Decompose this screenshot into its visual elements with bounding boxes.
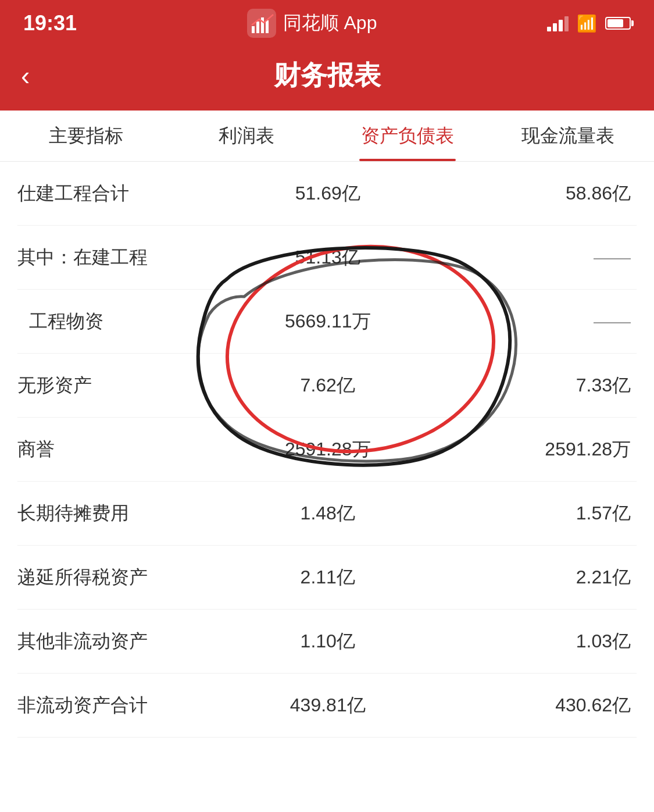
app-info: 同花顺 App bbox=[247, 9, 377, 38]
svg-rect-3 bbox=[261, 17, 264, 33]
row-label: 无形资产 bbox=[17, 373, 227, 398]
row-value-1: 51.69亿 bbox=[227, 181, 429, 206]
row-value-2: 1.57亿 bbox=[429, 501, 637, 526]
row-label: 长期待摊费用 bbox=[17, 501, 227, 526]
row-value-1: 1.48亿 bbox=[227, 501, 429, 526]
wifi-icon: 📶 bbox=[577, 14, 597, 33]
row-value-2: 58.86亿 bbox=[429, 181, 637, 206]
table-row: 其他非流动资产 1.10亿 1.03亿 bbox=[17, 610, 637, 674]
battery-icon bbox=[605, 17, 631, 30]
status-bar: 19:31 同花顺 App 📶 bbox=[0, 0, 654, 47]
row-label: 仕建工程合计 bbox=[17, 181, 227, 206]
row-value-2: 1.03亿 bbox=[429, 629, 637, 654]
table-row: 无形资产 7.62亿 7.33亿 bbox=[17, 354, 637, 418]
table-row: 长期待摊费用 1.48亿 1.57亿 bbox=[17, 482, 637, 546]
row-label: 工程物资 bbox=[17, 309, 227, 334]
table-row: 商誉 2591.28万 2591.28万 bbox=[17, 418, 637, 482]
row-value-2: 2591.28万 bbox=[429, 437, 637, 462]
tab-bar: 主要指标 利润表 资产负债表 现金流量表 bbox=[0, 111, 654, 162]
row-value-1: 2591.28万 bbox=[227, 437, 429, 462]
svg-rect-2 bbox=[256, 22, 259, 33]
row-value-1: 7.62亿 bbox=[227, 373, 429, 398]
table-row: 递延所得税资产 2.11亿 2.21亿 bbox=[17, 546, 637, 610]
app-name: 同花顺 App bbox=[283, 10, 377, 36]
row-label: 非流动资产合计 bbox=[17, 693, 227, 718]
signal-icon bbox=[547, 15, 569, 31]
row-value-2: —— bbox=[429, 247, 637, 268]
status-icons: 📶 bbox=[547, 14, 631, 33]
financial-table: 仕建工程合计 51.69亿 58.86亿 其中：在建工程 51.13亿 —— 工… bbox=[0, 162, 654, 738]
page-header: ‹ 财务报表 bbox=[0, 47, 654, 111]
status-time: 19:31 bbox=[23, 11, 77, 35]
row-value-2: —— bbox=[429, 311, 637, 332]
row-value-1: 51.13亿 bbox=[227, 245, 429, 270]
table-row: 仕建工程合计 51.69亿 58.86亿 bbox=[17, 162, 637, 226]
row-label: 其他非流动资产 bbox=[17, 629, 227, 654]
table-row: 非流动资产合计 439.81亿 430.62亿 bbox=[17, 674, 637, 738]
row-label: 其中：在建工程 bbox=[17, 245, 227, 270]
tab-main-indicators[interactable]: 主要指标 bbox=[6, 111, 166, 161]
svg-rect-4 bbox=[266, 20, 269, 33]
app-icon bbox=[247, 9, 276, 38]
row-label: 递延所得税资产 bbox=[17, 565, 227, 590]
row-value-1: 2.11亿 bbox=[227, 565, 429, 590]
tab-cashflow[interactable]: 现金流量表 bbox=[488, 111, 648, 161]
row-value-2: 2.21亿 bbox=[429, 565, 637, 590]
row-value-2: 430.62亿 bbox=[429, 693, 637, 718]
table-row: 工程物资 5669.11万 —— bbox=[17, 290, 637, 354]
row-value-2: 7.33亿 bbox=[429, 373, 637, 398]
table-row: 其中：在建工程 51.13亿 —— bbox=[17, 226, 637, 290]
row-value-1: 439.81亿 bbox=[227, 693, 429, 718]
row-label: 商誉 bbox=[17, 437, 227, 462]
row-value-1: 5669.11万 bbox=[227, 309, 429, 334]
page-title: 财务报表 bbox=[274, 58, 381, 94]
tab-balance-sheet[interactable]: 资产负债表 bbox=[327, 111, 488, 161]
tab-profit[interactable]: 利润表 bbox=[166, 111, 327, 161]
back-button[interactable]: ‹ bbox=[21, 60, 30, 91]
row-value-1: 1.10亿 bbox=[227, 629, 429, 654]
svg-rect-1 bbox=[252, 26, 255, 33]
